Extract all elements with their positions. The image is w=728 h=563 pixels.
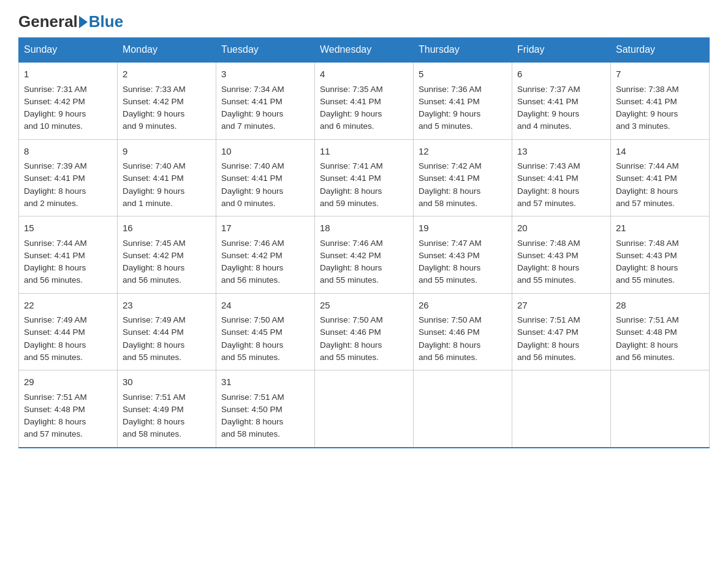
sunrise-text: Sunrise: 7:46 AM (221, 239, 284, 248)
sunrise-text: Sunrise: 7:42 AM (419, 161, 482, 170)
logo: General Blue (18, 12, 123, 31)
sunset-text: Sunset: 4:41 PM (616, 174, 677, 183)
daylight-text: Daylight: 8 hoursand 58 minutes. (419, 186, 480, 208)
daylight-text: Daylight: 8 hoursand 56 minutes. (419, 340, 480, 362)
sunset-text: Sunset: 4:41 PM (419, 174, 480, 183)
daylight-text: Daylight: 9 hoursand 5 minutes. (419, 109, 480, 131)
sunrise-text: Sunrise: 7:51 AM (123, 393, 186, 402)
calendar-day-cell: 21Sunrise: 7:48 AMSunset: 4:43 PMDayligh… (611, 216, 710, 294)
sunrise-text: Sunrise: 7:45 AM (123, 239, 186, 248)
sunset-text: Sunset: 4:43 PM (419, 251, 480, 260)
sunrise-text: Sunrise: 7:49 AM (24, 315, 87, 324)
daylight-text: Daylight: 8 hoursand 57 minutes. (616, 186, 678, 208)
sunrise-text: Sunrise: 7:44 AM (616, 161, 679, 170)
day-number: 20 (517, 221, 605, 236)
calendar-day-cell: 26Sunrise: 7:50 AMSunset: 4:46 PMDayligh… (414, 293, 512, 370)
day-number: 25 (320, 299, 408, 313)
calendar-day-cell: 12Sunrise: 7:42 AMSunset: 4:41 PMDayligh… (414, 139, 512, 216)
sunset-text: Sunset: 4:49 PM (123, 405, 184, 414)
calendar-day-cell: 16Sunrise: 7:45 AMSunset: 4:42 PMDayligh… (118, 216, 216, 294)
daylight-text: Daylight: 8 hoursand 55 minutes. (123, 340, 184, 362)
sunset-text: Sunset: 4:47 PM (517, 327, 578, 337)
calendar-day-cell: 30Sunrise: 7:51 AMSunset: 4:49 PMDayligh… (118, 370, 216, 448)
daylight-text: Daylight: 9 hoursand 3 minutes. (616, 109, 678, 131)
daylight-text: Daylight: 8 hoursand 58 minutes. (221, 417, 283, 439)
calendar-table: SundayMondayTuesdayWednesdayThursdayFrid… (18, 37, 710, 448)
day-of-week-header: Friday (512, 38, 611, 63)
day-of-week-header: Tuesday (216, 38, 315, 63)
daylight-text: Daylight: 8 hoursand 56 minutes. (517, 340, 579, 362)
sunset-text: Sunset: 4:41 PM (616, 97, 677, 106)
sunrise-text: Sunrise: 7:36 AM (419, 85, 482, 94)
sunset-text: Sunset: 4:41 PM (517, 97, 578, 106)
sunset-text: Sunset: 4:41 PM (24, 174, 85, 183)
sunrise-text: Sunrise: 7:51 AM (24, 393, 87, 402)
day-number: 30 (123, 375, 211, 389)
sunrise-text: Sunrise: 7:44 AM (24, 239, 87, 248)
calendar-day-cell: 23Sunrise: 7:49 AMSunset: 4:44 PMDayligh… (118, 293, 216, 370)
day-number: 9 (123, 145, 211, 159)
calendar-day-cell: 27Sunrise: 7:51 AMSunset: 4:47 PMDayligh… (512, 293, 611, 370)
day-number: 22 (24, 299, 112, 313)
calendar-day-cell: 31Sunrise: 7:51 AMSunset: 4:50 PMDayligh… (216, 370, 315, 448)
sunrise-text: Sunrise: 7:40 AM (123, 161, 186, 170)
sunset-text: Sunset: 4:41 PM (123, 174, 184, 183)
daylight-text: Daylight: 9 hoursand 7 minutes. (221, 109, 283, 131)
sunset-text: Sunset: 4:43 PM (616, 251, 677, 260)
sunrise-text: Sunrise: 7:51 AM (517, 315, 580, 324)
sunrise-text: Sunrise: 7:50 AM (320, 315, 383, 324)
daylight-text: Daylight: 9 hoursand 9 minutes. (123, 109, 184, 131)
calendar-day-cell: 2Sunrise: 7:33 AMSunset: 4:42 PMDaylight… (118, 62, 216, 139)
sunrise-text: Sunrise: 7:49 AM (123, 315, 186, 324)
sunrise-text: Sunrise: 7:39 AM (24, 161, 87, 170)
calendar-day-cell: 13Sunrise: 7:43 AMSunset: 4:41 PMDayligh… (512, 139, 611, 216)
day-number: 15 (24, 221, 112, 236)
daylight-text: Daylight: 8 hoursand 55 minutes. (320, 340, 382, 362)
daylight-text: Daylight: 8 hoursand 57 minutes. (517, 186, 579, 208)
sunrise-text: Sunrise: 7:47 AM (419, 239, 482, 248)
sunrise-text: Sunrise: 7:35 AM (320, 85, 383, 94)
day-number: 19 (419, 221, 507, 236)
sunrise-text: Sunrise: 7:48 AM (517, 239, 580, 248)
daylight-text: Daylight: 8 hoursand 2 minutes. (24, 186, 86, 208)
sunset-text: Sunset: 4:48 PM (24, 405, 85, 414)
header: General Blue (18, 12, 710, 31)
day-number: 6 (517, 67, 605, 82)
logo-triangle-icon (79, 16, 88, 28)
day-number: 11 (320, 145, 408, 159)
sunset-text: Sunset: 4:41 PM (517, 174, 578, 183)
daylight-text: Daylight: 9 hoursand 1 minute. (123, 186, 184, 208)
day-of-week-header: Saturday (611, 38, 710, 63)
day-number: 8 (24, 145, 112, 159)
calendar-week-row: 1Sunrise: 7:31 AMSunset: 4:42 PMDaylight… (19, 62, 710, 139)
daylight-text: Daylight: 9 hoursand 0 minutes. (221, 186, 283, 208)
day-number: 16 (123, 221, 211, 236)
daylight-text: Daylight: 8 hoursand 55 minutes. (419, 263, 480, 285)
day-number: 13 (517, 145, 605, 159)
day-of-week-header: Wednesday (315, 38, 414, 63)
calendar-day-cell: 6Sunrise: 7:37 AMSunset: 4:41 PMDaylight… (512, 62, 611, 139)
daylight-text: Daylight: 8 hoursand 56 minutes. (221, 263, 283, 285)
day-number: 23 (123, 299, 211, 313)
day-number: 21 (616, 221, 704, 236)
day-number: 5 (419, 67, 507, 82)
sunset-text: Sunset: 4:48 PM (616, 327, 677, 337)
day-number: 24 (221, 299, 309, 313)
sunset-text: Sunset: 4:46 PM (320, 327, 381, 337)
day-number: 17 (221, 221, 309, 236)
daylight-text: Daylight: 9 hoursand 6 minutes. (320, 109, 382, 131)
sunrise-text: Sunrise: 7:51 AM (616, 315, 679, 324)
sunrise-text: Sunrise: 7:43 AM (517, 161, 580, 170)
sunset-text: Sunset: 4:41 PM (221, 174, 282, 183)
sunrise-text: Sunrise: 7:38 AM (616, 85, 679, 94)
calendar-day-cell: 8Sunrise: 7:39 AMSunset: 4:41 PMDaylight… (19, 139, 118, 216)
daylight-text: Daylight: 8 hoursand 58 minutes. (123, 417, 184, 439)
sunset-text: Sunset: 4:46 PM (419, 327, 480, 337)
day-number: 2 (123, 67, 211, 82)
sunset-text: Sunset: 4:43 PM (517, 251, 578, 260)
calendar-day-cell: 19Sunrise: 7:47 AMSunset: 4:43 PMDayligh… (414, 216, 512, 294)
calendar-day-cell: 10Sunrise: 7:40 AMSunset: 4:41 PMDayligh… (216, 139, 315, 216)
daylight-text: Daylight: 8 hoursand 57 minutes. (24, 417, 86, 439)
sunset-text: Sunset: 4:42 PM (221, 251, 282, 260)
calendar-day-cell: 29Sunrise: 7:51 AMSunset: 4:48 PMDayligh… (19, 370, 118, 448)
